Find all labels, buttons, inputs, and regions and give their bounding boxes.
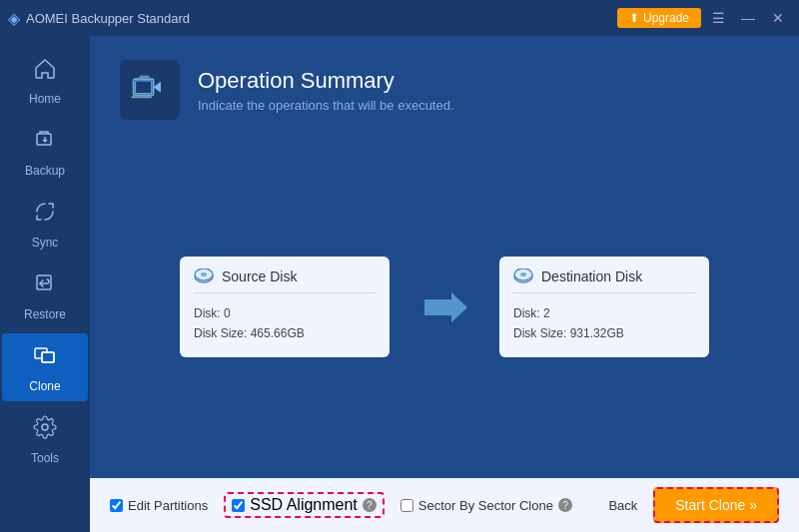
content-area: Operation Summary Indicate the operation… [90,36,799,532]
titlebar-left: ◈ AOMEI Backupper Standard [8,9,190,28]
upgrade-button[interactable]: ⬆ Upgrade [617,8,701,28]
ssd-alignment-option[interactable]: SSD Alignment ? [224,492,385,518]
destination-disk-size: Disk Size: 931.32GB [513,323,695,343]
operation-header: Operation Summary Indicate the operation… [90,36,799,136]
svg-point-9 [201,272,207,276]
operation-subtitle: Indicate the operations that will be exe… [198,98,454,113]
edit-partitions-option[interactable]: Edit Partitions [110,498,208,513]
main-layout: Home Backup [0,36,799,532]
sidebar-item-restore[interactable]: Restore [2,262,88,329]
bottom-actions: Back Start Clone » [608,487,779,523]
svg-point-13 [520,272,526,276]
bottom-options: Edit Partitions SSD Alignment ? Sector B… [110,492,608,518]
sidebar-backup-label: Backup [25,164,65,178]
svg-marker-10 [424,292,467,322]
back-button[interactable]: Back [608,498,637,513]
backup-icon [33,128,57,158]
app-logo-icon: ◈ [8,9,20,28]
start-clone-button[interactable]: Start Clone » [653,487,779,523]
destination-disk-info: Disk: 2 Disk Size: 931.32GB [513,303,695,344]
sector-clone-label: Sector By Sector Clone [418,498,553,513]
sidebar-home-label: Home [29,92,61,106]
svg-rect-6 [135,81,151,94]
upgrade-icon: ⬆ [629,11,639,25]
titlebar-controls: ⬆ Upgrade ☰ — ✕ [617,7,791,29]
destination-disk-icon [513,268,533,284]
operation-title-block: Operation Summary Indicate the operation… [198,68,454,113]
sidebar-tools-label: Tools [31,451,59,465]
operation-icon-container [120,60,180,120]
clone-icon [33,343,57,373]
destination-disk-card: Destination Disk Disk: 2 Disk Size: 931.… [499,257,709,358]
destination-disk-label: Destination Disk [541,268,642,284]
sidebar-item-clone[interactable]: Clone [2,333,88,401]
sidebar-item-tools[interactable]: Tools [2,405,88,473]
close-button[interactable]: ✕ [765,7,791,29]
source-disk-info: Disk: 0 Disk Size: 465.66GB [194,303,376,344]
sync-icon [33,200,57,230]
destination-disk-header: Destination Disk [513,268,695,293]
sidebar-sync-label: Sync [32,236,59,250]
svg-rect-3 [42,352,54,362]
sidebar-item-sync[interactable]: Sync [2,190,88,258]
tools-icon [33,415,57,445]
sidebar-restore-label: Restore [24,307,66,321]
source-disk-header: Source Disk [194,268,376,293]
bottom-bar: Edit Partitions SSD Alignment ? Sector B… [90,478,799,532]
sector-clone-option[interactable]: Sector By Sector Clone ? [400,498,572,513]
operation-summary-icon [130,70,170,110]
ssd-alignment-checkbox[interactable] [232,499,245,512]
home-icon [33,56,57,86]
edit-partitions-checkbox[interactable] [110,499,123,512]
edit-partitions-label: Edit Partitions [128,498,208,513]
operation-title: Operation Summary [198,68,454,94]
ssd-alignment-info-icon[interactable]: ? [363,498,377,512]
source-disk-size: Disk Size: 465.66GB [194,323,376,343]
source-disk-card: Source Disk Disk: 0 Disk Size: 465.66GB [180,257,390,358]
source-disk-label: Source Disk [222,268,297,284]
clone-diagram: Source Disk Disk: 0 Disk Size: 465.66GB [90,136,799,478]
sector-clone-info-icon[interactable]: ? [558,498,572,512]
ssd-alignment-label: SSD Alignment [250,496,358,514]
minimize-button[interactable]: — [735,7,761,29]
app-window: ◈ AOMEI Backupper Standard ⬆ Upgrade ☰ —… [0,0,799,532]
source-disk-number: Disk: 0 [194,303,376,323]
sidebar-clone-label: Clone [29,379,60,393]
menu-button[interactable]: ☰ [705,7,731,29]
titlebar: ◈ AOMEI Backupper Standard ⬆ Upgrade ☰ —… [0,0,799,36]
app-title: AOMEI Backupper Standard [26,11,190,26]
svg-rect-0 [37,134,51,145]
source-disk-icon [194,268,214,284]
sidebar: Home Backup [0,36,90,532]
restore-icon [33,271,57,301]
destination-disk-number: Disk: 2 [513,303,695,323]
sidebar-item-home[interactable]: Home [2,46,88,114]
sector-clone-checkbox[interactable] [400,499,413,512]
clone-arrow [419,287,469,327]
sidebar-item-backup[interactable]: Backup [2,118,88,186]
